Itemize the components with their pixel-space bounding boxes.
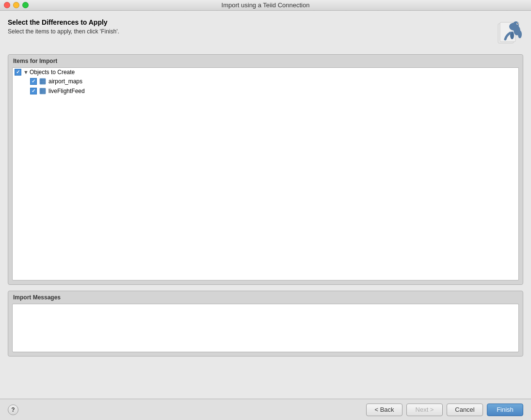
- root-item-label: Objects to Create: [30, 69, 75, 76]
- window-title: Import using a Teiid Connection: [222, 1, 310, 9]
- svg-point-8: [517, 23, 518, 24]
- svg-point-5: [518, 31, 522, 38]
- teiid-icon: [496, 20, 522, 47]
- close-button[interactable]: [4, 2, 10, 8]
- airport-maps-checkbox[interactable]: [30, 78, 37, 85]
- bottom-bar: ? < Back Next > Cancel Finish: [0, 399, 531, 420]
- minimize-button[interactable]: [13, 2, 19, 8]
- svg-rect-9: [40, 78, 46, 84]
- svg-rect-13: [40, 88, 46, 94]
- traffic-lights: [4, 2, 29, 8]
- live-flight-feed-label: liveFlightFeed: [48, 88, 85, 94]
- items-tree-container[interactable]: ▼ Objects to Create airport_maps: [12, 67, 519, 280]
- table-icon-2: [39, 87, 47, 95]
- tree-item-airport-maps[interactable]: airport_maps: [13, 77, 518, 86]
- root-checkbox[interactable]: [15, 69, 21, 76]
- finish-button[interactable]: Finish: [487, 404, 523, 416]
- page-heading: Select the Differences to Apply: [8, 18, 119, 26]
- table-icon: [39, 78, 47, 85]
- maximize-button[interactable]: [22, 2, 29, 8]
- main-content: Select the Differences to Apply Select t…: [0, 11, 531, 399]
- bottom-left: ?: [8, 404, 18, 415]
- bottom-right: < Back Next > Cancel Finish: [366, 404, 523, 416]
- import-messages-section: Import Messages: [8, 291, 523, 357]
- teiid-logo-area: [494, 18, 523, 47]
- tree-item-live-flight-feed[interactable]: liveFlightFeed: [13, 86, 518, 96]
- messages-section-title: Import Messages: [8, 291, 523, 304]
- header-area: Select the Differences to Apply Select t…: [8, 18, 523, 47]
- page-subtitle: Select the items to apply, then click 'F…: [8, 28, 119, 35]
- help-button[interactable]: ?: [8, 404, 18, 415]
- header-text: Select the Differences to Apply Select t…: [8, 18, 119, 35]
- back-button[interactable]: < Back: [366, 404, 402, 416]
- messages-content: [12, 304, 519, 352]
- items-for-import-section: Items for Import ▼ Objects to Create: [8, 54, 523, 285]
- tree-root-item[interactable]: ▼ Objects to Create: [13, 68, 518, 77]
- cancel-button[interactable]: Cancel: [447, 404, 483, 416]
- live-flight-feed-checkbox[interactable]: [30, 88, 37, 94]
- airport-maps-label: airport_maps: [48, 78, 82, 85]
- title-bar: Import using a Teiid Connection: [0, 0, 531, 11]
- next-button[interactable]: Next >: [406, 404, 443, 416]
- items-section-title: Items for Import: [8, 55, 523, 67]
- chevron-down-icon: ▼: [23, 69, 29, 75]
